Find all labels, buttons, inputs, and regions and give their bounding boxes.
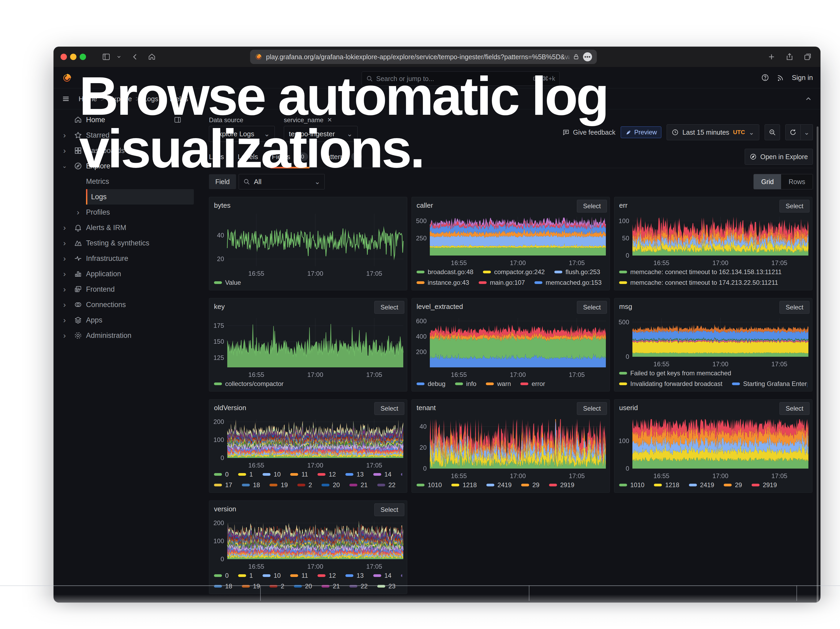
legend-item[interactable]: flush.go:253 (554, 268, 600, 276)
legend-item[interactable]: 1 (238, 471, 253, 478)
chevron-right-icon[interactable]: › (59, 316, 70, 325)
panel-chart[interactable] (412, 416, 609, 481)
legend-item[interactable]: error (520, 380, 545, 387)
zoom-window-button[interactable] (80, 54, 86, 60)
sidebar-item-application[interactable]: ›Application (54, 266, 204, 281)
view-toggle-grid[interactable]: Grid (754, 174, 781, 189)
sidebar-item-testing-synthetics[interactable]: ›k6Testing & synthetics (54, 235, 204, 251)
legend-item[interactable]: 10 (262, 471, 281, 478)
legend-item[interactable]: 15 (401, 572, 402, 579)
legend-item[interactable]: 15 (401, 471, 402, 478)
chevron-down-icon[interactable] (113, 51, 125, 63)
legend-item[interactable]: 1218 (451, 481, 477, 489)
close-window-button[interactable] (60, 54, 67, 60)
select-button[interactable]: Select (374, 301, 404, 314)
legend-item[interactable]: 29 (521, 481, 540, 489)
refresh-interval-button[interactable]: ⌄ (801, 124, 813, 140)
panel-chart[interactable] (614, 314, 812, 369)
legend-item[interactable]: 18 (214, 583, 232, 590)
legend-item[interactable]: 23 (377, 583, 396, 590)
sidebar-item-profiles[interactable]: ›Profiles (54, 204, 204, 220)
legend-item[interactable]: 2 (270, 583, 284, 590)
legend-item[interactable]: 18 (242, 481, 260, 489)
legend-item[interactable]: 19 (242, 583, 260, 590)
legend-item[interactable]: 11 (290, 572, 308, 579)
legend-item[interactable]: 0 (214, 572, 229, 579)
legend-item[interactable]: info (455, 380, 477, 387)
sidebar-item-logs[interactable]: Logs (54, 189, 204, 204)
sidebar-item-alerts-irm[interactable]: ›Alerts & IRM (54, 220, 204, 235)
legend-item[interactable]: 29 (724, 481, 742, 489)
legend-item[interactable]: memcache: connect timeout to 162.134.158… (619, 268, 782, 276)
legend-item[interactable]: broadcast.go:48 (417, 268, 474, 276)
legend-item[interactable]: Invalidating forwarded broadcast (619, 380, 722, 387)
legend-item[interactable]: Value (214, 279, 241, 286)
home-button[interactable] (146, 51, 158, 63)
legend-item[interactable]: 14 (373, 572, 392, 579)
panel-chart[interactable] (412, 314, 609, 379)
legend-item[interactable]: 20 (322, 481, 340, 489)
collapse-icon[interactable] (804, 95, 812, 103)
chevron-down-icon[interactable]: ⌄ (59, 163, 70, 169)
panel-chart[interactable] (614, 213, 812, 268)
menu-icon[interactable] (62, 95, 70, 103)
legend-item[interactable]: 19 (270, 481, 288, 489)
sidebar-item-infrastructure[interactable]: ›Infrastructure (54, 251, 204, 266)
panel-chart[interactable] (614, 416, 812, 481)
legend-item[interactable]: memcached.go:153 (534, 279, 602, 286)
url-bar[interactable]: play.grafana.org/a/grafana-lokiexplore-a… (250, 50, 597, 64)
open-in-explore-button[interactable]: Open in Explore (745, 149, 813, 165)
sidebar-toggle-icon[interactable] (100, 51, 112, 63)
legend-item[interactable]: 22 (377, 481, 396, 489)
legend-item[interactable]: 20 (294, 583, 312, 590)
legend-item[interactable]: 21 (349, 481, 368, 489)
help-icon[interactable] (761, 74, 769, 82)
legend-item[interactable]: 1218 (654, 481, 679, 489)
legend-item[interactable]: 11 (290, 471, 308, 478)
legend-item[interactable]: memcache: connect timeout to 174.213.22.… (619, 279, 778, 286)
share-button[interactable] (784, 51, 796, 63)
sidebar-item-administration[interactable]: ›Administration (54, 328, 204, 343)
sign-in-button[interactable]: Sign in (792, 74, 813, 82)
chevron-right-icon[interactable]: › (59, 223, 70, 232)
legend-item[interactable]: 12 (317, 471, 336, 478)
back-button[interactable] (129, 51, 141, 63)
legend-item[interactable]: compactor.go:242 (483, 268, 545, 276)
chevron-right-icon[interactable]: › (59, 269, 70, 278)
panel-chart[interactable] (412, 213, 609, 268)
legend-item[interactable]: Failed to get keys from memcached (619, 370, 731, 377)
legend-item[interactable]: 13 (346, 572, 364, 579)
new-tab-button[interactable] (766, 51, 777, 63)
panel-chart[interactable] (209, 210, 407, 278)
legend-item[interactable]: 2419 (689, 481, 714, 489)
legend-item[interactable]: instance.go:43 (417, 279, 469, 286)
time-range-picker[interactable]: Last 15 minutes UTC ⌄ (666, 124, 759, 140)
url-more-button[interactable]: ••• (583, 52, 592, 62)
select-button[interactable]: Select (780, 200, 810, 212)
legend-item[interactable]: collectors/compactor (214, 380, 284, 387)
legend-item[interactable]: 22 (349, 583, 368, 590)
legend-item[interactable]: Starting Grafana Enterpri (732, 380, 807, 387)
chevron-right-icon[interactable]: › (59, 331, 70, 340)
legend-item[interactable]: 21 (322, 583, 340, 590)
tab-overview-button[interactable] (802, 51, 813, 63)
scrollbar[interactable] (816, 126, 818, 602)
legend-item[interactable]: main.go:107 (479, 279, 525, 286)
select-button[interactable]: Select (577, 301, 607, 314)
news-icon[interactable] (777, 74, 785, 82)
zoom-out-button[interactable] (764, 124, 780, 140)
legend-item[interactable]: 1010 (619, 481, 644, 489)
legend-item[interactable]: 1 (238, 572, 253, 579)
legend-item[interactable]: 12 (317, 572, 336, 579)
legend-item[interactable]: 13 (346, 471, 364, 478)
legend-item[interactable]: 2919 (752, 481, 777, 489)
panel-chart[interactable] (209, 314, 407, 379)
legend-item[interactable]: 10 (262, 572, 281, 579)
select-button[interactable]: Select (780, 301, 810, 314)
legend-item[interactable]: debug (417, 380, 445, 387)
legend-item[interactable]: 2 (297, 481, 312, 489)
legend-item[interactable]: 14 (373, 471, 392, 478)
chevron-right-icon[interactable]: › (59, 285, 70, 294)
sidebar-item-frontend[interactable]: ›Frontend (54, 281, 204, 297)
chevron-right-icon[interactable]: › (59, 239, 70, 248)
